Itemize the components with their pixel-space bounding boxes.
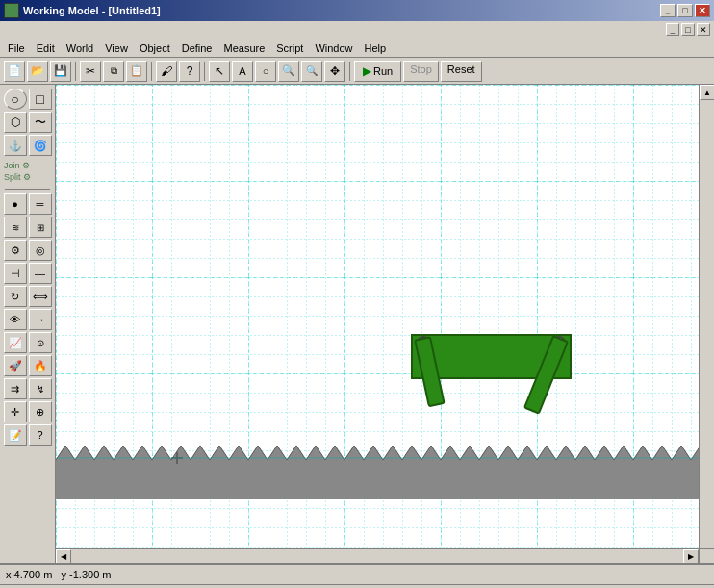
new-btn[interactable]: 📄 xyxy=(4,61,25,82)
menu-measure[interactable]: Measure xyxy=(217,40,270,56)
actuator-tool[interactable]: ⟺ xyxy=(29,286,52,307)
y-unit: m xyxy=(102,569,111,580)
title-text: Working Model - [Untitled1] xyxy=(23,5,161,16)
run-icon: ▶ xyxy=(363,64,371,78)
attach-tool[interactable]: ⊕ xyxy=(29,401,52,422)
circle-tool[interactable]: ○ xyxy=(4,89,27,110)
split-label: Split xyxy=(4,172,21,182)
toolbox: ○ □ ⬡ 〜 ⚓ 🌀 Join ⚙ Split ⚙ ● ═ ≋ xyxy=(0,85,56,563)
x-value: 4.700 xyxy=(14,569,41,580)
save-btn[interactable]: 💾 xyxy=(50,61,71,82)
graph-tool[interactable]: 📈 xyxy=(4,332,27,353)
slot-tool[interactable]: ═ xyxy=(29,193,52,215)
scroll-v-track[interactable] xyxy=(700,100,714,548)
paste-btn[interactable]: 📋 xyxy=(126,61,147,82)
scroll-left-btn[interactable]: ◀ xyxy=(56,549,71,563)
question-tool[interactable]: ? xyxy=(29,424,52,446)
menu-window[interactable]: Window xyxy=(309,40,358,56)
vertical-scrollbar[interactable]: ▲ ▼ xyxy=(699,85,714,563)
cursor-btn[interactable]: ↖ xyxy=(209,61,230,82)
wave-tool[interactable]: ≋ xyxy=(4,217,27,238)
tool-row-13: ✛ ⊕ xyxy=(4,401,52,422)
brush-btn[interactable]: 🖌 xyxy=(156,61,177,82)
gear-tool[interactable]: ⚙ xyxy=(4,240,27,261)
zoom-in-btn[interactable]: 🔍 xyxy=(278,61,299,82)
open-btn[interactable]: 📂 xyxy=(27,61,48,82)
grid-tool[interactable]: ⊞ xyxy=(29,217,52,238)
rect-tool[interactable]: □ xyxy=(29,89,52,110)
run-label: Run xyxy=(373,65,393,77)
scroll-up-btn[interactable]: ▲ xyxy=(700,85,714,100)
toolbox-sep1 xyxy=(5,189,51,190)
tool-row-9: 👁 → xyxy=(4,309,52,330)
tool-row-11: 🚀 🔥 xyxy=(4,355,52,376)
motor-tool[interactable]: ↻ xyxy=(4,286,27,307)
join-icon: ⚙ xyxy=(22,161,30,170)
join-item[interactable]: Join ⚙ xyxy=(2,160,32,171)
sensor-tool[interactable]: 👁 xyxy=(4,309,27,330)
zoom-out-btn[interactable]: 🔍 xyxy=(301,61,322,82)
canvas-area[interactable]: ▲ ▼ ◀ ▶ xyxy=(56,85,714,563)
stop-button[interactable]: Stop xyxy=(403,61,439,82)
force-tool[interactable]: → xyxy=(29,309,52,330)
reset-button[interactable]: Reset xyxy=(441,61,482,82)
sep2 xyxy=(151,62,152,81)
pan-btn[interactable]: ✥ xyxy=(324,61,345,82)
app-icon xyxy=(4,3,19,18)
grid-canvas xyxy=(56,85,699,548)
thruster-tool[interactable]: 🔥 xyxy=(29,355,52,376)
app-minimize-btn[interactable]: _ xyxy=(660,4,676,17)
accel-tool[interactable]: ↯ xyxy=(29,378,52,399)
title-controls: _ □ ✕ xyxy=(660,4,710,17)
join-label: Join xyxy=(4,161,20,170)
run-button[interactable]: ▶ Run xyxy=(354,61,401,82)
y-value: -1.300 xyxy=(69,569,99,580)
copy-btn[interactable]: ⧉ xyxy=(103,61,124,82)
app-maximize-btn[interactable]: □ xyxy=(677,4,693,17)
text-btn[interactable]: A xyxy=(232,61,253,82)
damper-tool[interactable]: ⊣ xyxy=(4,263,27,284)
win-minimize-btn[interactable]: _ xyxy=(666,23,679,36)
menu-file[interactable]: File xyxy=(2,40,31,56)
x-unit: m xyxy=(43,569,52,580)
freehand-tool[interactable]: 〜 xyxy=(29,112,52,133)
meter-tool[interactable]: ⊙ xyxy=(29,332,52,353)
scroll-right-btn[interactable]: ▶ xyxy=(683,549,699,563)
split-item[interactable]: Split ⚙ xyxy=(2,171,33,183)
pin-tool[interactable]: ● xyxy=(4,193,27,215)
menu-define[interactable]: Define xyxy=(176,40,218,56)
rope-tool[interactable]: — xyxy=(29,263,52,284)
pulley-tool[interactable]: ◎ xyxy=(29,240,52,261)
sep1 xyxy=(75,62,76,81)
menu-object[interactable]: Object xyxy=(134,40,176,56)
menu-view[interactable]: View xyxy=(99,40,134,56)
note-tool[interactable]: 📝 xyxy=(4,424,27,446)
tool-row-7: ⊣ — xyxy=(4,263,52,284)
toolbar: 📄 📂 💾 ✂ ⧉ 📋 🖌 ? ↖ A ○ 🔍 🔍 ✥ ▶ Run Stop R… xyxy=(0,58,714,85)
circle-tool-btn[interactable]: ○ xyxy=(255,61,276,82)
title-bar: Working Model - [Untitled1] _ □ ✕ xyxy=(0,0,714,21)
menu-edit[interactable]: Edit xyxy=(31,40,61,56)
anchor-tool[interactable]: ⚓ xyxy=(4,135,27,156)
stop-label: Stop xyxy=(410,64,432,75)
win-maximize-btn[interactable]: □ xyxy=(681,23,695,36)
svg-marker-3 xyxy=(56,460,699,499)
scroll-h-track[interactable] xyxy=(71,549,683,563)
polygon-tool[interactable]: ⬡ xyxy=(4,112,27,133)
menu-script[interactable]: Script xyxy=(270,40,309,56)
rocket-tool[interactable]: 🚀 xyxy=(4,355,27,376)
app-close-btn[interactable]: ✕ xyxy=(695,4,710,17)
reset-label: Reset xyxy=(447,64,475,75)
spring-tool[interactable]: 🌀 xyxy=(29,135,52,156)
menu-world[interactable]: World xyxy=(61,40,100,56)
point-tool[interactable]: ✛ xyxy=(4,401,27,422)
status-bar: x 4.700 m y -1.300 m xyxy=(0,563,714,584)
velocity-tool[interactable]: ⇉ xyxy=(4,378,27,399)
tool-row-10: 📈 ⊙ xyxy=(4,332,52,353)
win-close-btn[interactable]: ✕ xyxy=(697,23,710,36)
help-btn[interactable]: ? xyxy=(179,61,200,82)
horizontal-scrollbar[interactable]: ◀ ▶ xyxy=(56,548,699,563)
tool-row-6: ⚙ ◎ xyxy=(4,240,52,261)
menu-help[interactable]: Help xyxy=(359,40,393,56)
cut-btn[interactable]: ✂ xyxy=(80,61,101,82)
